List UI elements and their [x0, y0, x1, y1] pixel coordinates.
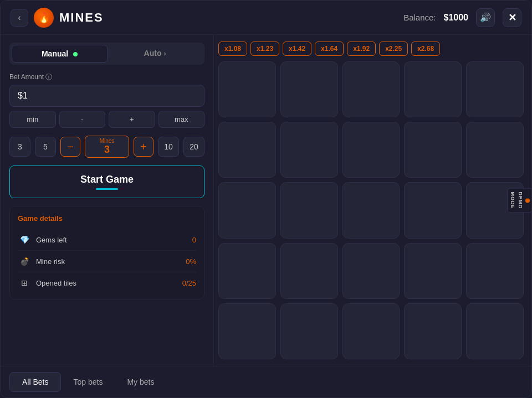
tile-3-3[interactable]	[342, 182, 400, 238]
opened-tiles-label: ⊞ Opened tiles	[18, 276, 76, 290]
multiplier-1[interactable]: x1.08	[218, 42, 247, 56]
tile-5-5[interactable]	[466, 303, 524, 359]
manual-indicator	[73, 52, 78, 56]
tile-2-2[interactable]	[280, 122, 338, 178]
mines-increase-button[interactable]: +	[134, 137, 154, 157]
app-container: ‹ 🔥 MINES Balance: $1000 🔊 ✕ Manual Auto…	[0, 0, 532, 398]
tile-5-4[interactable]	[404, 303, 462, 359]
multiplier-3[interactable]: x1.42	[283, 42, 311, 56]
mine-risk-value: 0%	[186, 257, 196, 266]
multiplier-7[interactable]: x2.68	[411, 42, 440, 56]
tab-top-bets[interactable]: Top bets	[61, 373, 115, 391]
bet-increase-button[interactable]: +	[109, 111, 155, 128]
tile-2-1[interactable]	[218, 122, 276, 178]
mine-risk-label: 💣 Mine risk	[18, 255, 65, 268]
gems-left-value: 0	[192, 236, 196, 244]
demo-mode-badge: DEMO MODE	[507, 188, 531, 213]
right-panel: x1.08 x1.23 x1.42 x1.64 x1.92 x2.25 x2.6…	[214, 35, 531, 366]
tile-1-3[interactable]	[342, 61, 400, 117]
back-button[interactable]: ‹	[11, 9, 28, 27]
bet-amount-label: Bet Amount ⓘ	[9, 73, 204, 82]
multiplier-5[interactable]: x1.92	[347, 42, 376, 56]
mine-risk-row: 💣 Mine risk 0%	[18, 251, 196, 272]
multiplier-2[interactable]: x1.23	[250, 42, 279, 56]
mines-label: Mines	[100, 136, 115, 144]
tile-4-3[interactable]	[342, 243, 400, 299]
tab-auto[interactable]: Auto ›	[108, 45, 202, 63]
mines-decrease-button[interactable]: −	[60, 137, 80, 157]
logo-text: MINES	[59, 11, 104, 25]
opened-tiles-value: 0/25	[182, 279, 196, 287]
tile-2-5[interactable]	[466, 122, 524, 178]
gems-left-row: 💎 Gems left 0	[18, 229, 196, 251]
tab-manual[interactable]: Manual	[12, 45, 108, 63]
mines-preset-20[interactable]: 20	[183, 137, 204, 157]
tile-4-5[interactable]	[466, 243, 524, 299]
bet-controls: min - + max	[9, 111, 204, 128]
grid-icon: ⊞	[18, 276, 31, 290]
tab-my-bets[interactable]: My bets	[115, 373, 166, 391]
gems-left-label: 💎 Gems left	[18, 233, 67, 246]
game-details-box: Game details 💎 Gems left 0 💣 Mine risk 0…	[9, 206, 204, 299]
demo-dot	[525, 198, 530, 203]
tab-all-bets[interactable]: All Bets	[9, 372, 61, 392]
gems-icon: 💎	[18, 233, 31, 246]
tile-1-4[interactable]	[404, 61, 462, 117]
opened-tiles-row: ⊞ Opened tiles 0/25	[18, 272, 196, 293]
balance-value: $1000	[444, 13, 469, 23]
mines-preset-5[interactable]: 5	[35, 137, 56, 157]
multiplier-4[interactable]: x1.64	[315, 42, 344, 56]
tile-4-1[interactable]	[218, 243, 276, 299]
tile-1-2[interactable]	[280, 61, 338, 117]
bottom-tabs: All Bets Top bets My bets	[1, 366, 531, 397]
close-button[interactable]: ✕	[503, 8, 521, 27]
balance-label: Balance:	[403, 13, 436, 22]
bet-decrease-button[interactable]: -	[59, 111, 106, 128]
bet-min-button[interactable]: min	[9, 111, 56, 128]
tile-1-1[interactable]	[218, 61, 276, 117]
mine-icon: 💣	[18, 255, 31, 268]
tile-5-1[interactable]	[218, 303, 276, 359]
main-content: Manual Auto › Bet Amount ⓘ $1 min - + ma…	[1, 35, 531, 366]
start-game-button[interactable]: Start Game	[9, 166, 204, 198]
mines-row: 3 5 − Mines 3 + 10 20	[9, 136, 204, 158]
tile-3-1[interactable]	[218, 182, 276, 238]
multiplier-6[interactable]: x2.25	[379, 42, 408, 56]
multiplier-row: x1.08 x1.23 x1.42 x1.64 x1.92 x2.25 x2.6…	[218, 42, 524, 56]
tile-5-3[interactable]	[342, 303, 400, 359]
mode-tabs: Manual Auto ›	[9, 43, 204, 65]
bet-amount-section: Bet Amount ⓘ $1 min - + max	[9, 73, 204, 128]
tile-2-3[interactable]	[342, 122, 400, 178]
tile-3-2[interactable]	[280, 182, 338, 238]
logo-icon: 🔥	[34, 8, 54, 28]
tile-1-5[interactable]	[466, 61, 524, 117]
tile-5-2[interactable]	[280, 303, 338, 359]
bet-amount-input[interactable]: $1	[9, 85, 204, 107]
header-right: Balance: $1000 🔊 ✕	[403, 8, 521, 27]
mines-value: 3	[104, 144, 110, 157]
tile-4-4[interactable]	[404, 243, 462, 299]
game-details-title: Game details	[18, 214, 196, 223]
tile-2-4[interactable]	[404, 122, 462, 178]
game-grid	[218, 61, 524, 359]
left-panel: Manual Auto › Bet Amount ⓘ $1 min - + ma…	[1, 35, 214, 366]
mines-preset-10[interactable]: 10	[158, 137, 179, 157]
header-left: ‹ 🔥 MINES	[11, 8, 104, 28]
mines-control: Mines 3	[85, 136, 129, 158]
mines-preset-3[interactable]: 3	[9, 137, 30, 157]
auto-arrow: ›	[163, 50, 166, 58]
bet-max-button[interactable]: max	[158, 111, 205, 128]
header: ‹ 🔥 MINES Balance: $1000 🔊 ✕	[1, 1, 531, 35]
tile-4-2[interactable]	[280, 243, 338, 299]
tile-3-4[interactable]	[404, 182, 462, 238]
sound-button[interactable]: 🔊	[476, 8, 495, 27]
